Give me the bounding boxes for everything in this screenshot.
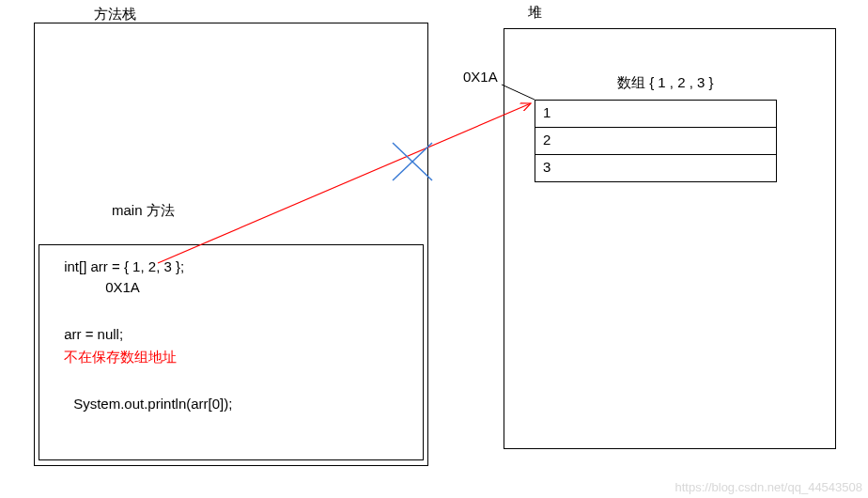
array-label: 数组 { 1 , 2 , 3 } [617, 74, 714, 92]
main-frame: int[] arr = { 1, 2, 3 }; 0X1A arr = null… [39, 244, 424, 460]
stack-area: main 方法 int[] arr = { 1, 2, 3 }; 0X1A ar… [34, 23, 428, 466]
heap-area: 0X1A 数组 { 1 , 2 , 3 } 1 2 3 [504, 28, 836, 449]
code-decl: int[] arr = { 1, 2, 3 }; [64, 258, 184, 274]
array-cell-0: 1 [535, 101, 776, 128]
array-box: 1 2 3 [535, 100, 777, 182]
main-method-label: main 方法 [112, 202, 175, 220]
code-assign-null: arr = null; [64, 326, 123, 342]
heap-title: 堆 [528, 4, 542, 22]
code-note: 不在保存数组地址 [64, 349, 177, 366]
watermark: https://blog.csdn.net/qq_44543508 [675, 480, 863, 494]
stack-title: 方法栈 [94, 6, 136, 23]
array-cell-1: 2 [535, 128, 776, 155]
code-addr: 0X1A [105, 279, 140, 295]
array-cell-2: 3 [535, 155, 776, 181]
heap-addr-label: 0X1A [463, 69, 498, 85]
code-print: System.out.println(arr[0]); [73, 396, 232, 412]
